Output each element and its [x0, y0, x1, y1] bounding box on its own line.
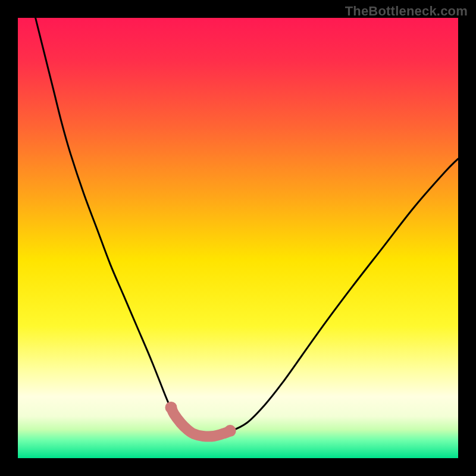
svg-point-1 [165, 402, 177, 414]
chart-canvas [18, 18, 458, 458]
svg-point-2 [224, 425, 236, 437]
plot-area [18, 18, 458, 458]
bottleneck-curve [36, 18, 458, 437]
outer-frame: TheBottleneck.com [0, 0, 476, 476]
optimal-zone-highlight [171, 408, 230, 437]
watermark-text: TheBottleneck.com [345, 4, 468, 19]
